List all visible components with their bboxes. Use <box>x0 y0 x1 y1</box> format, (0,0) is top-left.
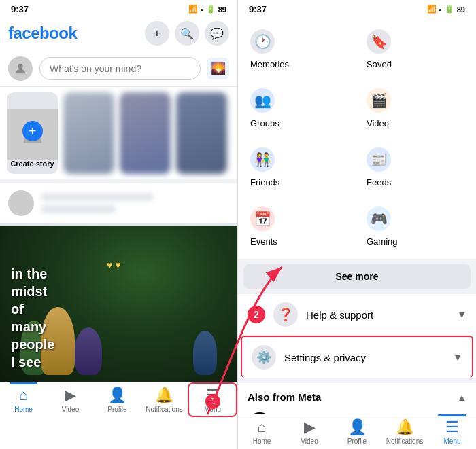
gaming-icon: 🎮 <box>367 206 391 231</box>
right-status-bar: 9:37 📶 ▪ 🔋 89 <box>238 0 476 17</box>
story-card-3[interactable] <box>176 92 227 174</box>
wifi-icon: ▪ <box>201 5 203 14</box>
profile-label: Profile <box>107 406 126 413</box>
signal-icon: 📶 <box>188 5 198 14</box>
left-nav-menu[interactable]: ☰ Menu 1 <box>188 382 237 417</box>
right-video-icon: ▶ <box>304 418 316 436</box>
help-support-item[interactable]: 2 ❓ Help & support ▼ <box>238 294 476 336</box>
right-profile-icon: 👤 <box>348 418 367 436</box>
photo-button[interactable]: 🌄 <box>207 58 229 79</box>
gaming-label: Gaming <box>367 236 398 247</box>
right-menu-label: Menu <box>443 437 460 445</box>
left-panel: 9:37 📶 ▪ 🔋 89 facebook + 🔍 💬 🌄 + <box>0 0 238 449</box>
settings-privacy-label: Settings & privacy <box>284 352 366 363</box>
threads-item[interactable]: Ⓣ Threads <box>238 407 476 414</box>
left-nav-home[interactable]: ⌂ Home <box>0 382 47 417</box>
home-label: Home <box>14 406 33 413</box>
right-bottom-nav: ⌂ Home ▶ Video 👤 Profile 🔔 Notifications… <box>238 414 476 449</box>
stories-row: + Create story <box>0 87 237 183</box>
left-nav-profile[interactable]: 👤 Profile <box>94 382 141 417</box>
right-signal-icon: 📶 <box>427 5 437 14</box>
feeds-label: Feeds <box>367 177 391 187</box>
memories-icon: 🕐 <box>250 29 275 54</box>
saved-label: Saved <box>367 59 392 69</box>
create-story-card[interactable]: + Create story <box>7 92 58 174</box>
menu-item-events[interactable]: 📅 Events <box>243 200 354 253</box>
battery-value: 89 <box>218 5 226 14</box>
right-panel: 9:37 📶 ▪ 🔋 89 🕐 Memories 🔖 Saved 👥 Group… <box>238 0 476 449</box>
events-icon: 📅 <box>250 206 275 231</box>
left-time: 9:37 <box>11 4 29 14</box>
create-story-label: Create story <box>7 160 56 168</box>
settings-icon: ⚙️ <box>252 345 276 370</box>
feeds-icon: 📰 <box>367 147 391 172</box>
right-nav-home[interactable]: ⌂ Home <box>238 414 286 449</box>
also-from-chevron: ▲ <box>457 392 466 403</box>
right-notifications-icon: 🔔 <box>396 418 414 436</box>
video-label: Video <box>62 406 79 413</box>
left-bottom-nav: ⌂ Home ▶ Video 👤 Profile 🔔 Notifications… <box>0 382 237 417</box>
menu-item-gaming[interactable]: 🎮 Gaming <box>360 200 471 253</box>
right-nav-notifications[interactable]: 🔔 Notifications <box>381 414 428 449</box>
settings-privacy-item[interactable]: ⚙️ Settings & privacy ▼ <box>241 336 473 378</box>
right-profile-label: Profile <box>347 437 367 445</box>
search-button[interactable]: 🔍 <box>175 21 199 46</box>
settings-chevron: ▼ <box>453 352 462 363</box>
post-avatar-blur <box>8 190 34 216</box>
see-more-button[interactable]: See more <box>243 264 471 289</box>
memories-label: Memories <box>250 59 289 69</box>
also-from-meta-section: Also from Meta ▲ Ⓣ Threads W WhatsApp <box>238 383 476 414</box>
menu-item-memories[interactable]: 🕐 Memories <box>243 22 354 76</box>
menu-item-feeds[interactable]: 📰 Feeds <box>360 141 471 194</box>
profile-icon: 👤 <box>108 387 126 404</box>
left-status-icons: 📶 ▪ 🔋 89 <box>188 5 226 14</box>
friends-icon: 👫 <box>250 147 275 172</box>
battery-icon: 🔋 <box>206 5 216 14</box>
help-support-label: Help & support <box>306 309 373 321</box>
facebook-logo: facebook <box>8 24 77 43</box>
add-button[interactable]: + <box>145 21 169 46</box>
help-chevron: ▼ <box>457 309 466 320</box>
menu-badge-1: 1 <box>205 394 220 409</box>
help-support-left: 2 ❓ Help & support <box>248 302 373 327</box>
menu-item-friends[interactable]: 👫 Friends <box>243 141 354 194</box>
blurred-post <box>0 183 237 223</box>
user-avatar <box>8 56 33 81</box>
story-card-2[interactable] <box>120 92 171 174</box>
right-battery-icon: 🔋 <box>445 5 454 14</box>
facebook-header: facebook + 🔍 💬 <box>0 17 237 51</box>
left-nav-video[interactable]: ▶ Video <box>47 382 94 417</box>
groups-icon: 👥 <box>250 88 275 113</box>
also-from-title: Also from Meta <box>248 391 321 403</box>
header-icons: + 🔍 💬 <box>145 21 229 46</box>
right-wifi-icon: ▪ <box>439 5 442 14</box>
left-nav-notifications[interactable]: 🔔 Notifications <box>141 382 188 417</box>
settings-left: ⚙️ Settings & privacy <box>252 345 366 370</box>
messenger-button[interactable]: 💬 <box>205 21 229 46</box>
right-nav-menu[interactable]: ☰ Menu <box>428 414 476 449</box>
video-post: ♥ ♥ in themidstofmanypeopleI see <box>0 226 237 382</box>
saved-icon: 🔖 <box>367 29 391 54</box>
friends-label: Friends <box>250 177 279 187</box>
right-time: 9:37 <box>249 4 267 14</box>
left-status-bar: 9:37 📶 ▪ 🔋 89 <box>0 0 237 17</box>
right-home-icon: ⌂ <box>257 418 266 436</box>
menu-item-saved[interactable]: 🔖 Saved <box>360 22 471 76</box>
right-nav-video[interactable]: ▶ Video <box>286 414 333 449</box>
right-home-label: Home <box>253 437 271 445</box>
right-video-label: Video <box>301 437 318 445</box>
menu-item-groups[interactable]: 👥 Groups <box>243 82 354 135</box>
story-card-1[interactable] <box>63 92 114 174</box>
menu-grid: 🕐 Memories 🔖 Saved 👥 Groups 🎬 Video 👫 Fr… <box>238 17 476 259</box>
video-menu-icon: 🎬 <box>367 88 391 113</box>
menu-item-video[interactable]: 🎬 Video <box>360 82 471 135</box>
menu-section-help-settings: 2 ❓ Help & support ▼ ⚙️ Settings & priva… <box>238 294 476 378</box>
video-overlay-text: in themidstofmanypeopleI see <box>11 265 54 371</box>
menu-scroll-area: 🕐 Memories 🔖 Saved 👥 Groups 🎬 Video 👫 Fr… <box>238 17 476 414</box>
plus-icon: + <box>22 121 43 141</box>
notifications-icon: 🔔 <box>155 387 173 404</box>
right-nav-profile[interactable]: 👤 Profile <box>333 414 381 449</box>
help-icon: ❓ <box>273 302 298 327</box>
whats-on-your-mind-input[interactable] <box>39 57 201 80</box>
video-icon: ▶ <box>65 387 76 404</box>
